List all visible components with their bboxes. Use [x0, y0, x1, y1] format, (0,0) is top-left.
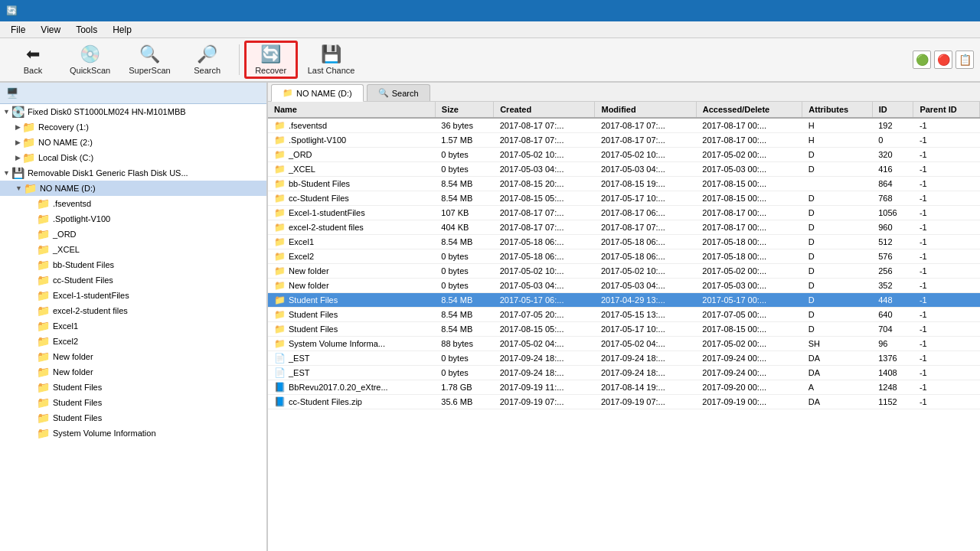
toolbar-btn-superscan[interactable]: 🔍SuperScan [120, 41, 178, 79]
cell-modified: 2017-05-03 04:... [595, 279, 696, 293]
tree-item-_xcel[interactable]: 📁 _XCEL [0, 242, 266, 257]
tab-search_tab[interactable]: 🔍Search [367, 84, 430, 101]
table-row[interactable]: 📁.fseventsd36 bytes2017-08-17 07:...2017… [268, 118, 980, 133]
tree-item-student2[interactable]: 📁 Student Files [0, 395, 266, 410]
toolbar-btn-lastchance[interactable]: 💾Last Chance [299, 41, 364, 79]
table-row[interactable]: 📁New folder0 bytes2017-05-03 04:...2017-… [268, 279, 980, 293]
tree-item-recovery[interactable]: ▶ 📁 Recovery (1:) [0, 119, 266, 135]
tree-item-student1[interactable]: 📁 Student Files [0, 380, 266, 395]
tree-item-cc_student[interactable]: 📁 cc-Student Files [0, 272, 266, 288]
file-icon: 📁 [274, 338, 286, 349]
tree-item-newfolder1[interactable]: 📁 New folder [0, 349, 266, 364]
tab-noname_d_tab[interactable]: 📁NO NAME (D:) [271, 84, 364, 102]
expand-icon[interactable]: ▼ [3, 108, 10, 116]
tree-label: Student Files [53, 398, 102, 407]
col-header-parent-id[interactable]: Parent ID [913, 102, 980, 118]
toolbar-btn-recover[interactable]: 🔄Recover [244, 41, 298, 79]
col-header-size[interactable]: Size [435, 102, 493, 118]
expand-icon[interactable]: ▼ [3, 169, 10, 177]
cell-accessed-delete: 2017-07-05 00:... [696, 308, 802, 322]
expand-icon[interactable]: ▶ [15, 123, 21, 131]
tree-label: Excel-1-studentFiles [53, 291, 129, 300]
col-header-attributes[interactable]: Attributes [802, 102, 872, 118]
cell-parent-id: -1 [913, 148, 980, 162]
cell-accessed-delete: 2017-05-03 00:... [696, 162, 802, 177]
tree-item-disk0[interactable]: ▼ 💽 Fixed Disk0 ST1000LM024 HN-M101MBB [0, 104, 266, 119]
cell-modified: 2017-05-03 04:... [595, 162, 696, 177]
tree-item-excel2[interactable]: 📁 Excel2 [0, 334, 266, 349]
cell-attributes: D [802, 235, 872, 249]
table-row[interactable]: 📁.Spotlight-V1001.57 MB2017-08-17 07:...… [268, 133, 980, 148]
table-row[interactable]: 📁bb-Student Files8.54 MB2017-08-15 20:..… [268, 177, 980, 191]
table-row[interactable]: 📁excel-2-student files404 KB2017-08-17 0… [268, 220, 980, 235]
tree-item-_ord[interactable]: 📁 _ORD [0, 227, 266, 242]
file-icon: 📁 [274, 149, 286, 160]
tree-item-excel1sf[interactable]: 📁 Excel-1-studentFiles [0, 288, 266, 303]
tree-item-noname_c[interactable]: ▶ 📁 NO NAME (2:) [0, 135, 266, 150]
cell-id: 96 [872, 337, 913, 351]
cell-name: 📁Excel-1-studentFiles [268, 206, 435, 220]
table-row[interactable]: 📁System Volume Informa...88 bytes2017-05… [268, 337, 980, 351]
file-icon: 📁 [274, 236, 286, 247]
expand-icon[interactable]: ▶ [15, 154, 21, 161]
table-row[interactable]: 📁cc-Student Files8.54 MB2017-08-15 05:..… [268, 191, 980, 206]
cell-size: 8.54 MB [435, 177, 493, 191]
table-header: NameSizeCreatedModifiedAccessed/DeleteAt… [268, 102, 980, 118]
toolbar-btn-back[interactable]: ⬅Back [6, 41, 60, 79]
toolbar-small-btn-btn3[interactable]: 📋 [956, 51, 974, 69]
tree-item-fseventsd[interactable]: 📁 .fseventsd [0, 196, 266, 211]
toolbar-small-btn-btn1[interactable]: 🟢 [913, 51, 931, 69]
menu-item-tools[interactable]: Tools [68, 23, 105, 37]
col-header-id[interactable]: ID [872, 102, 913, 118]
tree-item-spotlight[interactable]: 📁 .Spotlight-V100 [0, 211, 266, 227]
tree-item-excel1[interactable]: 📁 Excel1 [0, 318, 266, 334]
cell-name: 📁Student Files [268, 322, 435, 337]
table-row[interactable]: 📁_ORD0 bytes2017-05-02 10:...2017-05-02 … [268, 148, 980, 162]
tree-item-sysvolinfo[interactable]: 📁 System Volume Information [0, 425, 266, 441]
menu-item-view[interactable]: View [33, 23, 68, 37]
table-row[interactable]: 📄_EST0 bytes2017-09-24 18:...2017-09-24 … [268, 351, 980, 366]
tree-item-excel2sf[interactable]: 📁 excel-2-student files [0, 303, 266, 318]
cell-created: 2017-05-02 04:... [494, 337, 595, 351]
tree-label: Excel2 [53, 337, 78, 346]
tree-item-removable[interactable]: ▼ 💾 Removable Disk1 Generic Flash Disk U… [0, 165, 266, 181]
expand-icon[interactable]: ▶ [15, 139, 21, 146]
tree-item-bb_student[interactable]: 📁 bb-Student Files [0, 257, 266, 272]
col-header-accessed-delete[interactable]: Accessed/Delete [696, 102, 802, 118]
menu-item-file[interactable]: File [3, 23, 33, 37]
table-row[interactable]: 📁New folder0 bytes2017-05-02 10:...2017-… [268, 264, 980, 279]
table-row[interactable]: 📘cc-Student Files.zip35.6 MB2017-09-19 0… [268, 395, 980, 409]
tree-item-local_c[interactable]: ▶ 📁 Local Disk (C:) [0, 150, 266, 165]
cell-modified: 2017-05-02 10:... [595, 148, 696, 162]
col-header-modified[interactable]: Modified [595, 102, 696, 118]
table-row[interactable]: 📁Excel20 bytes2017-05-18 06:...2017-05-1… [268, 249, 980, 264]
toolbar-btn-search[interactable]: 🔎Search [181, 41, 234, 79]
table-row[interactable]: 📁Student Files8.54 MB2017-05-17 06:...20… [268, 293, 980, 308]
tree-item-noname_d[interactable]: ▼ 📁 NO NAME (D:) [0, 181, 266, 196]
table-row[interactable]: 📄_EST0 bytes2017-09-24 18:...2017-09-24 … [268, 366, 980, 380]
table-row[interactable]: 📁Excel-1-studentFiles107 KB2017-08-17 07… [268, 206, 980, 220]
tree-item-student3[interactable]: 📁 Student Files [0, 410, 266, 425]
cell-size: 0 bytes [435, 279, 493, 293]
expand-icon[interactable]: ▼ [15, 184, 22, 192]
cell-created: 2017-05-03 04:... [494, 279, 595, 293]
table-row[interactable]: 📁_XCEL0 bytes2017-05-03 04:...2017-05-03… [268, 162, 980, 177]
tree-item-newfolder2[interactable]: 📁 New folder [0, 364, 266, 380]
tab-icon: 📁 [283, 88, 293, 98]
toolbar-btn-quickscan[interactable]: 💿QuickScan [61, 41, 119, 79]
cell-size: 35.6 MB [435, 395, 493, 409]
tree-container: ▼ 💽 Fixed Disk0 ST1000LM024 HN-M101MBB ▶… [0, 104, 266, 441]
col-header-name[interactable]: Name [268, 102, 435, 118]
table-row[interactable]: 📁Student Files8.54 MB2017-08-15 05:...20… [268, 322, 980, 337]
panel-header: 🖥️ [0, 83, 266, 104]
table-body: 📁.fseventsd36 bytes2017-08-17 07:...2017… [268, 118, 980, 409]
menu-item-help[interactable]: Help [105, 23, 139, 37]
toolbar-small-btn-btn2[interactable]: 🔴 [934, 51, 952, 69]
table-row[interactable]: 📘BbRevu2017.0.20_eXtre...1.78 GB2017-09-… [268, 380, 980, 395]
table-row[interactable]: 📁Student Files8.54 MB2017-07-05 20:...20… [268, 308, 980, 322]
col-header-created[interactable]: Created [494, 102, 595, 118]
recover-label: Recover [255, 66, 286, 75]
cell-size: 0 bytes [435, 148, 493, 162]
lastchance-icon: 💾 [321, 44, 341, 64]
table-row[interactable]: 📁Excel18.54 MB2017-05-18 06:...2017-05-1… [268, 235, 980, 249]
